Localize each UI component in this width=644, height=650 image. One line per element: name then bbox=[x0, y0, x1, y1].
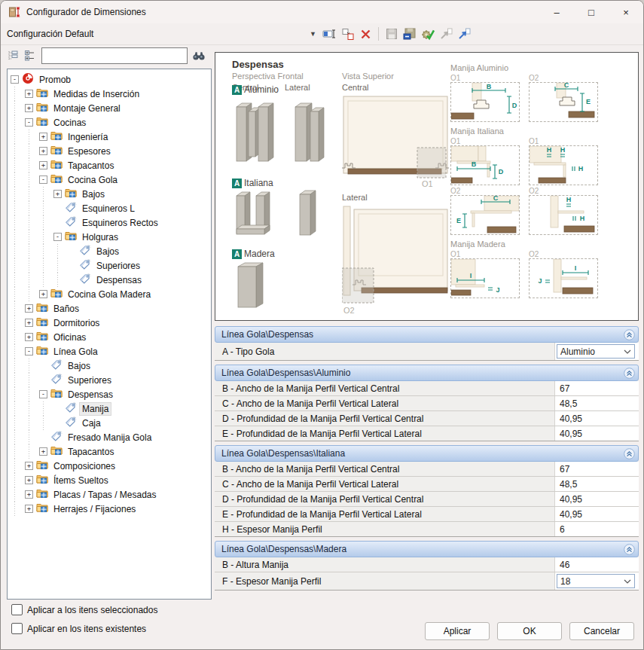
tree-item-label[interactable]: Bajos bbox=[94, 246, 121, 258]
property-value[interactable]: 6 bbox=[560, 524, 565, 535]
tree-expander[interactable]: - bbox=[53, 233, 62, 241]
tree-item-label[interactable]: Manija bbox=[80, 403, 111, 415]
delete-config-icon[interactable] bbox=[357, 26, 374, 41]
tree-item[interactable]: -Cocinas bbox=[8, 115, 211, 130]
tree-item[interactable]: Esquineros Rectos bbox=[8, 215, 211, 230]
config-combobox[interactable]: Configuración Default bbox=[7, 29, 310, 39]
tree-expander[interactable]: - bbox=[39, 175, 47, 184]
config-dropdown-arrow-icon[interactable]: ▼ bbox=[310, 30, 320, 38]
tree-item[interactable]: +Bajos bbox=[8, 187, 211, 201]
property-value[interactable]: 40,95 bbox=[560, 429, 582, 439]
minimize-button[interactable]: – bbox=[539, 1, 574, 23]
property-value[interactable]: 40,95 bbox=[560, 494, 582, 505]
tree-item-label[interactable]: Caja bbox=[80, 417, 103, 429]
tree-expander[interactable]: + bbox=[25, 319, 33, 327]
tree-expander[interactable]: + bbox=[39, 161, 47, 169]
property-value[interactable]: 46 bbox=[560, 560, 569, 570]
tree-item-label[interactable]: Medidas de Inserción bbox=[51, 88, 142, 100]
property-dropdown[interactable]: Aluminio bbox=[557, 344, 635, 359]
tree-item-label[interactable]: Montaje General bbox=[51, 102, 123, 114]
apply-config-icon[interactable] bbox=[420, 26, 436, 41]
tree-item-label[interactable]: Baños bbox=[51, 303, 81, 315]
tree-item[interactable]: +Medidas de Inserción bbox=[8, 87, 211, 101]
tree-item-label[interactable]: Superiores bbox=[66, 374, 114, 386]
tree-item[interactable]: Superiores bbox=[8, 373, 211, 387]
property-value[interactable]: 67 bbox=[560, 464, 569, 475]
tree-item[interactable]: +Tapacantos bbox=[8, 158, 211, 172]
tree-item[interactable]: +Ingeniería bbox=[8, 130, 211, 144]
find-binoculars-icon[interactable] bbox=[192, 49, 206, 63]
close-button[interactable]: × bbox=[609, 1, 643, 23]
tree-item[interactable]: Bajos bbox=[8, 359, 211, 373]
tree-item-label[interactable]: Promob bbox=[37, 74, 73, 86]
apply-button[interactable]: Aplicar bbox=[425, 622, 490, 640]
tree-item[interactable]: +Placas / Tapas / Mesadas bbox=[8, 487, 211, 502]
tree-item-label[interactable]: Superiores bbox=[94, 260, 142, 272]
tree-expander[interactable]: + bbox=[25, 505, 33, 513]
tree-item-label[interactable]: Fresado Manija Gola bbox=[66, 432, 154, 444]
save-config-file-icon[interactable] bbox=[401, 26, 418, 41]
tree-item-label[interactable]: Bajos bbox=[66, 360, 93, 372]
property-dropdown[interactable]: 18 bbox=[557, 574, 635, 588]
collapse-section-icon[interactable] bbox=[624, 544, 635, 555]
tree-item[interactable]: -Cocina Gola bbox=[8, 172, 211, 187]
tree-item[interactable]: +Tapacantos bbox=[8, 444, 211, 459]
tree-item-label[interactable]: Herrajes / Fijaciones bbox=[51, 503, 138, 515]
tree-item[interactable]: Bajos bbox=[8, 244, 211, 258]
tree-item-label[interactable]: Esquineros Rectos bbox=[80, 217, 160, 229]
collapse-section-icon[interactable] bbox=[624, 448, 635, 459]
tree-item[interactable]: +Montaje General bbox=[8, 101, 211, 115]
tree-expander[interactable]: + bbox=[25, 90, 33, 98]
tree-item[interactable]: +Oficinas bbox=[8, 330, 211, 344]
tree-item[interactable]: +Composiciones bbox=[8, 459, 211, 473]
tree-item-label[interactable]: Despensas bbox=[94, 274, 144, 286]
tree-expander[interactable]: - bbox=[39, 390, 47, 398]
copy-config-icon[interactable] bbox=[339, 26, 356, 41]
tree-item-label[interactable]: Tapacantos bbox=[66, 446, 116, 458]
tree-item-label[interactable]: Cocina Gola Madera bbox=[66, 288, 153, 301]
tree-item-label[interactable]: Cocina Gola bbox=[66, 174, 120, 186]
expand-all-icon[interactable] bbox=[23, 49, 37, 63]
collapse-section-icon[interactable] bbox=[624, 368, 635, 379]
tree-expander[interactable]: + bbox=[25, 333, 33, 341]
tree-item[interactable]: -Línea Gola bbox=[8, 344, 211, 359]
apply-selected-checkbox[interactable] bbox=[11, 604, 23, 615]
tree-expander[interactable]: + bbox=[53, 190, 62, 198]
tree-item-label[interactable]: Composiciones bbox=[51, 460, 118, 472]
tree-item-label[interactable]: Ítems Sueltos bbox=[51, 475, 111, 487]
tree-item[interactable]: +Dormitorios bbox=[8, 316, 211, 330]
tree-item[interactable]: +Baños bbox=[8, 301, 211, 316]
export-config-icon[interactable] bbox=[456, 26, 472, 41]
tree-expander[interactable]: + bbox=[39, 447, 47, 456]
search-input[interactable] bbox=[41, 47, 188, 64]
property-value[interactable]: 40,95 bbox=[560, 413, 582, 424]
tree-item[interactable]: Superiores bbox=[8, 258, 211, 273]
tree-item-label[interactable]: Cocinas bbox=[51, 117, 88, 129]
tree-expander[interactable]: + bbox=[39, 133, 47, 141]
collapse-section-icon[interactable] bbox=[624, 329, 635, 340]
property-value[interactable]: 67 bbox=[560, 383, 569, 394]
tree-item-label[interactable]: Dormitorios bbox=[51, 317, 102, 329]
tree-expander[interactable]: + bbox=[39, 290, 47, 298]
tree-item[interactable]: +Ítems Sueltos bbox=[8, 473, 211, 487]
tree-item-label[interactable]: Oficinas bbox=[51, 331, 88, 343]
tree-item[interactable]: -Promob bbox=[8, 72, 211, 87]
property-section-header[interactable]: Línea Gola\Despensas bbox=[215, 326, 639, 343]
property-value[interactable]: 48,5 bbox=[560, 479, 577, 490]
tree-item-label[interactable]: Tapacantos bbox=[66, 160, 116, 172]
tree-expander[interactable]: + bbox=[25, 476, 33, 484]
tree-item-label[interactable]: Bajos bbox=[80, 188, 107, 200]
tree-item[interactable]: -Holguras bbox=[8, 230, 211, 244]
collapse-all-icon[interactable] bbox=[7, 49, 20, 63]
tree-item-label[interactable]: Placas / Tapas / Mesadas bbox=[51, 489, 159, 501]
tree-expander[interactable]: + bbox=[25, 304, 33, 313]
tree-item-label[interactable]: Ingeniería bbox=[66, 131, 110, 143]
tree-expander[interactable]: - bbox=[25, 347, 33, 356]
tree-item[interactable]: Manija bbox=[8, 401, 211, 416]
property-section-header[interactable]: Línea Gola\Despensas\Aluminio bbox=[215, 365, 639, 381]
property-section-header[interactable]: Línea Gola\Despensas\Madera bbox=[215, 541, 639, 557]
tree-expander[interactable]: + bbox=[25, 490, 33, 499]
rename-config-icon[interactable] bbox=[321, 26, 337, 41]
cancel-button[interactable]: Cancelar bbox=[569, 622, 634, 640]
tree-item-label[interactable]: Esquineros L bbox=[80, 203, 137, 215]
